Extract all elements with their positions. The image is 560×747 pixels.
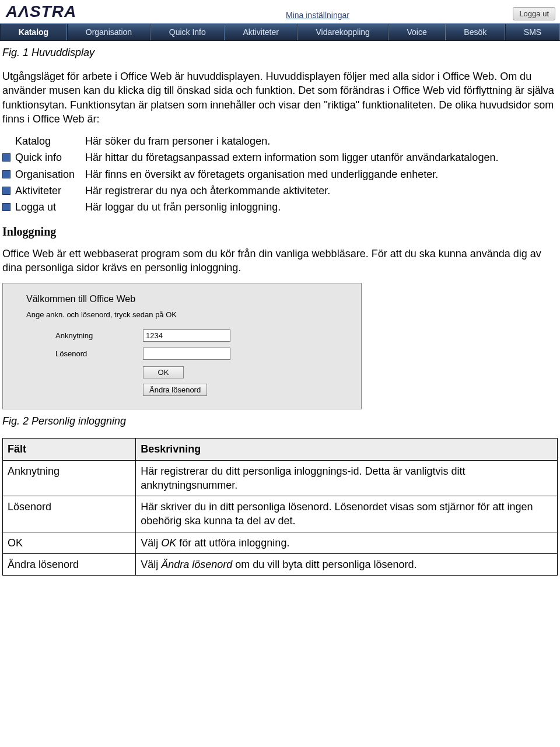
def-row-loggaut: Logga ut Här loggar du ut från personlig… — [2, 200, 558, 214]
tab-vidarekoppling[interactable]: Vidarekoppling — [298, 24, 388, 40]
def-term: Logga ut — [15, 200, 85, 214]
ok-button[interactable]: OK — [143, 366, 184, 378]
table-header-row: Fält Beskrivning — [3, 439, 558, 460]
td-desc: Välj OK för att utföra inloggning. — [136, 532, 558, 553]
change-password-button[interactable]: Ändra lösenord — [143, 384, 207, 396]
table-row: OK Välj OK för att utföra inloggning. — [3, 532, 558, 553]
td-field: Anknytning — [3, 460, 136, 496]
tab-aktiviteter[interactable]: Aktiviteter — [225, 24, 298, 40]
td-desc: Här skriver du in ditt personliga löseno… — [136, 496, 558, 532]
figure-2-caption: Fig. 2 Personlig inloggning — [2, 415, 558, 427]
main-nav: Katalog Organisation Quick Info Aktivite… — [0, 23, 560, 41]
bullet-icon — [2, 170, 10, 178]
bullet-icon — [2, 187, 10, 195]
pwd-input[interactable] — [143, 348, 230, 360]
def-row-quickinfo: Quick info Här hittar du företagsanpassa… — [2, 150, 558, 164]
intro-paragraph: Utgångsläget för arbete i Office Web är … — [2, 69, 558, 126]
field-table: Fält Beskrivning Anknytning Här registre… — [2, 438, 558, 576]
pwd-label: Lösenord — [26, 349, 143, 358]
section-heading-inloggning: Inloggning — [2, 225, 558, 239]
figure-1-caption: Fig. 1 Huvuddisplay — [2, 47, 558, 59]
tab-katalog[interactable]: Katalog — [0, 24, 67, 40]
login-title: Välkommen till Office Web — [26, 294, 347, 304]
def-row-aktiviteter: Aktiviteter Här registrerar du nya och å… — [2, 184, 558, 198]
login-panel: Välkommen till Office Web Ange ankn. och… — [2, 283, 362, 409]
definition-list: Katalog Här söker du fram personer i kat… — [2, 134, 558, 214]
td-field: Lösenord — [3, 496, 136, 532]
table-row: Anknytning Här registrerar du ditt perso… — [3, 460, 558, 496]
login-row-pwd: Lösenord — [26, 348, 347, 360]
ext-input[interactable] — [143, 329, 230, 342]
tab-voice[interactable]: Voice — [388, 24, 446, 40]
table-row: Ändra lösenord Välj Ändra lösenord om du… — [3, 554, 558, 576]
table-row: Lösenord Här skriver du in ditt personli… — [3, 496, 558, 532]
td-desc: Här registrerar du ditt personliga inlog… — [136, 460, 558, 496]
login-change-row: Ändra lösenord — [26, 383, 347, 396]
def-term: Quick info — [15, 150, 85, 164]
tab-besok[interactable]: Besök — [446, 24, 506, 40]
login-hint: Ange ankn. och lösenord, tryck sedan på … — [26, 310, 347, 319]
brand-logo: AΛSTRA — [6, 2, 76, 21]
def-term: Organisation — [15, 167, 85, 181]
page-content: Fig. 1 Huvuddisplay Utgångsläget för arb… — [0, 47, 560, 576]
def-desc: Här finns en översikt av företagets orga… — [85, 167, 558, 181]
login-intro-paragraph: Office Web är ett webbaserat program som… — [2, 247, 558, 275]
bullet-icon — [2, 153, 10, 162]
top-bar: AΛSTRA Mina inställningar Logga ut — [0, 0, 560, 22]
def-desc: Här hittar du företagsanpassad extern in… — [85, 150, 558, 164]
settings-link[interactable]: Mina inställningar — [286, 10, 349, 20]
def-row-organisation: Organisation Här finns en översikt av fö… — [2, 167, 558, 181]
th-desc: Beskrivning — [136, 439, 558, 460]
def-term: Katalog — [15, 134, 85, 148]
def-desc: Här registrerar du nya och återkommande … — [85, 184, 558, 198]
tab-sms[interactable]: SMS — [505, 24, 560, 40]
td-desc: Välj Ändra lösenord om du vill byta ditt… — [136, 554, 558, 576]
td-field: OK — [3, 532, 136, 553]
logout-button[interactable]: Logga ut — [513, 7, 555, 20]
th-field: Fält — [3, 439, 136, 460]
tab-quick-info[interactable]: Quick Info — [150, 24, 225, 40]
bullet-icon — [2, 203, 10, 211]
login-row-ext: Anknytning — [26, 329, 347, 342]
def-desc: Här söker du fram personer i katalogen. — [85, 134, 558, 148]
tab-organisation[interactable]: Organisation — [67, 24, 150, 40]
def-row-katalog: Katalog Här söker du fram personer i kat… — [2, 134, 558, 148]
td-field: Ändra lösenord — [3, 554, 136, 576]
def-term: Aktiviteter — [15, 184, 85, 198]
def-desc: Här loggar du ut från personlig inloggni… — [85, 200, 558, 214]
login-ok-row: OK — [26, 366, 347, 378]
ext-label: Anknytning — [26, 331, 143, 340]
